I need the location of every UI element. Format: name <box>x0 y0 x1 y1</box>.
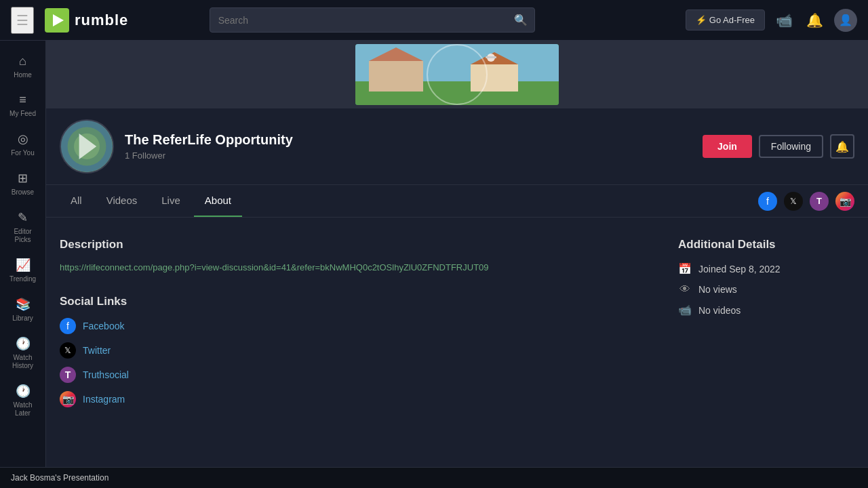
search-button[interactable]: 🔍 <box>507 8 534 32</box>
sidebar-item-trending[interactable]: 📈 Trending <box>3 252 43 289</box>
content-area: The ReferLife Opportunity 1 Follower Joi… <box>46 41 868 467</box>
sidebar-item-for-you[interactable]: ◎ For You <box>3 126 43 163</box>
tab-videos[interactable]: Videos <box>96 185 149 217</box>
header-actions: ⚡ Go Ad-Free 📹 🔔 👤 <box>686 9 857 32</box>
upload-button[interactable]: 📹 <box>773 9 795 31</box>
notification-icon: 🔔 <box>835 140 849 153</box>
main-layout: ⌂ Home ≡ My Feed ◎ For You ⊞ Browse ✎ Ed… <box>0 41 868 467</box>
feed-icon: ≡ <box>19 93 26 107</box>
channel-banner <box>46 41 868 108</box>
watch-later-icon: 🕐 <box>16 384 31 399</box>
sidebar-item-my-feed[interactable]: ≡ My Feed <box>3 87 43 123</box>
views-icon: 👁 <box>678 283 692 296</box>
calendar-icon: 📅 <box>678 262 692 275</box>
about-sidebar: Additional Details 📅 Joined Sep 8, 2022 … <box>678 238 854 415</box>
banner-svg <box>355 44 559 105</box>
description-title: Description <box>60 238 651 251</box>
sidebar-item-home[interactable]: ⌂ Home <box>3 49 43 85</box>
detail-joined: 📅 Joined Sep 8, 2022 <box>678 262 854 275</box>
bell-icon: 🔔 <box>806 12 823 28</box>
sidebar-item-editor-picks[interactable]: ✎ Editor Picks <box>3 205 43 249</box>
channel-name: The ReferLife Opportunity <box>125 132 692 148</box>
browse-icon: ⊞ <box>18 171 28 186</box>
logo-text: rumble <box>75 12 128 29</box>
following-button[interactable]: Following <box>759 135 823 158</box>
social-link-truthsocial[interactable]: T Truthsocial <box>60 367 651 383</box>
library-icon: 📚 <box>16 297 31 312</box>
sidebar-label-trending: Trending <box>9 275 36 283</box>
channel-header: The ReferLife Opportunity 1 Follower Joi… <box>46 108 868 185</box>
search-container: 🔍 <box>210 7 535 33</box>
user-avatar-button[interactable]: 👤 <box>834 9 857 32</box>
sidebar-label-home: Home <box>14 71 32 79</box>
watch-history-icon: 🕐 <box>16 336 31 351</box>
tab-social-facebook-icon[interactable]: f <box>758 192 777 211</box>
home-icon: ⌂ <box>19 54 26 68</box>
sidebar-item-browse[interactable]: ⊞ Browse <box>3 165 43 202</box>
svg-rect-10 <box>486 56 496 58</box>
channel-info: The ReferLife Opportunity 1 Follower <box>125 132 692 161</box>
sidebar-label-watch-later: Watch Later <box>7 401 39 418</box>
twitter-icon: 𝕏 <box>60 342 76 359</box>
presentation-label: Jack Bosma's Presentation <box>11 473 108 483</box>
instagram-icon: 📷 <box>60 391 76 407</box>
tab-social-instagram-icon[interactable]: 📷 <box>835 192 854 211</box>
channel-notification-button[interactable]: 🔔 <box>830 134 854 159</box>
notifications-button[interactable]: 🔔 <box>804 9 826 31</box>
rumble-logo-icon <box>45 8 69 33</box>
additional-details-title: Additional Details <box>678 238 854 251</box>
truthsocial-icon: T <box>60 367 76 383</box>
facebook-icon: f <box>60 318 76 334</box>
sidebar-label-library: Library <box>12 314 33 323</box>
tab-live[interactable]: Live <box>151 185 191 217</box>
social-link-twitter[interactable]: 𝕏 Twitter <box>60 342 651 359</box>
for-you-icon: ◎ <box>18 131 28 146</box>
sidebar-label-for-you: For You <box>11 149 34 157</box>
social-links-section: Social Links f Facebook 𝕏 Twitter T Trut… <box>60 295 651 407</box>
tab-social-twitter-icon[interactable]: 𝕏 <box>784 192 803 211</box>
videos-text: No videos <box>698 305 741 316</box>
sidebar-item-watch-history[interactable]: 🕐 Watch History <box>3 331 43 375</box>
sidebar-item-watch-later[interactable]: 🕐 Watch Later <box>3 378 43 423</box>
sidebar-label-editor-picks: Editor Picks <box>7 228 39 244</box>
truthsocial-label: Truthsocial <box>83 369 129 380</box>
trending-icon: 📈 <box>16 258 31 272</box>
svg-rect-7 <box>471 64 518 92</box>
twitter-label: Twitter <box>83 345 111 356</box>
header: ☰ rumble 🔍 ⚡ Go Ad-Free 📹 🔔 👤 <box>0 0 868 41</box>
about-main: Description https://rlifeconnect.com/pag… <box>60 238 651 415</box>
bottom-bar: Jack Bosma's Presentation <box>0 467 868 488</box>
views-text: No views <box>698 284 737 295</box>
social-link-instagram[interactable]: 📷 Instagram <box>60 391 651 407</box>
tabs-social-icons: f 𝕏 T 📷 <box>758 192 854 211</box>
logo[interactable]: rumble <box>45 8 128 33</box>
channel-avatar <box>60 119 114 174</box>
channel-actions: Join Following 🔔 <box>703 134 854 159</box>
tab-social-truthsocial-icon[interactable]: T <box>810 192 829 211</box>
hamburger-button[interactable]: ☰ <box>11 7 34 34</box>
detail-views: 👁 No views <box>678 283 854 296</box>
banner-image <box>355 44 559 105</box>
go-ad-free-button[interactable]: ⚡ Go Ad-Free <box>686 9 765 30</box>
joined-text: Joined Sep 8, 2022 <box>698 264 781 274</box>
facebook-label: Facebook <box>83 321 124 331</box>
avatar-icon: 👤 <box>839 14 852 26</box>
svg-rect-5 <box>369 61 423 92</box>
social-links-title: Social Links <box>60 295 651 308</box>
sidebar-label-watch-history: Watch History <box>7 354 39 370</box>
sidebar-item-library[interactable]: 📚 Library <box>3 291 43 328</box>
description-text: https://rlifeconnect.com/page.php?i=view… <box>60 261 651 274</box>
instagram-label: Instagram <box>83 394 125 405</box>
join-button[interactable]: Join <box>703 135 752 158</box>
detail-videos: 📹 No videos <box>678 304 854 317</box>
upload-icon: 📹 <box>776 12 793 28</box>
videos-count-icon: 📹 <box>678 304 692 317</box>
tab-all[interactable]: All <box>60 185 93 217</box>
about-content: Description https://rlifeconnect.com/pag… <box>46 218 868 436</box>
search-input[interactable] <box>210 9 507 31</box>
tabs-bar: All Videos Live About f 𝕏 T 📷 <box>46 185 868 218</box>
tab-about[interactable]: About <box>194 185 242 217</box>
sidebar-label-browse: Browse <box>12 188 34 197</box>
social-link-facebook[interactable]: f Facebook <box>60 318 651 334</box>
channel-followers: 1 Follower <box>125 150 692 161</box>
